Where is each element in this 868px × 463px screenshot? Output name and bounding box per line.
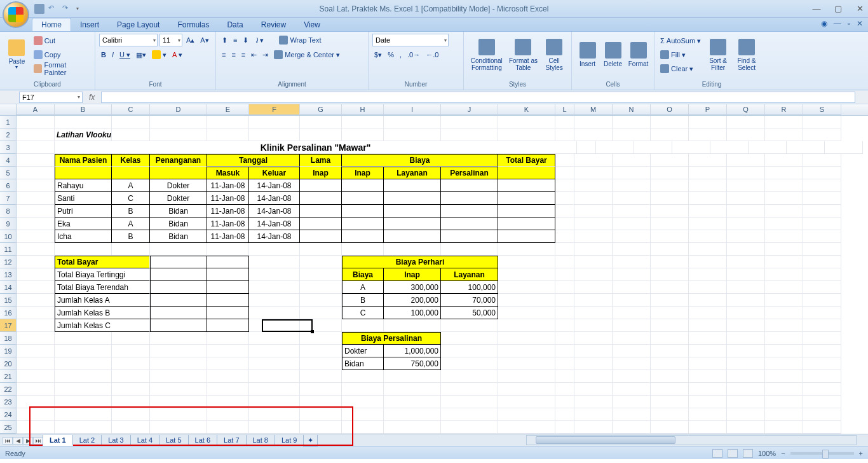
cell[interactable]: Biaya	[342, 268, 384, 281]
cell[interactable]	[803, 268, 841, 281]
cell[interactable]	[112, 116, 150, 128]
cell[interactable]: Nama Pasien	[55, 154, 112, 167]
border-button[interactable]: ▦▾	[134, 48, 148, 61]
cell[interactable]	[441, 179, 498, 192]
cell[interactable]	[441, 192, 498, 205]
cell[interactable]	[555, 357, 574, 370]
cell[interactable]: 300,000	[384, 281, 441, 294]
cell[interactable]	[555, 205, 574, 218]
cell[interactable]	[689, 192, 727, 205]
cell[interactable]	[342, 383, 384, 396]
new-sheet-button[interactable]: ✦	[303, 435, 318, 446]
cell[interactable]	[803, 332, 841, 345]
autosum-button[interactable]: Σ AutoSum ▾	[658, 34, 703, 47]
cell[interactable]	[441, 421, 498, 434]
cell[interactable]	[384, 383, 441, 396]
cell[interactable]	[555, 421, 574, 434]
cell[interactable]	[803, 230, 841, 243]
col-header[interactable]: F	[249, 104, 300, 115]
cell[interactable]	[689, 243, 727, 256]
cell[interactable]	[651, 154, 689, 167]
cell[interactable]	[498, 256, 555, 268]
cell[interactable]: Icha	[55, 230, 112, 243]
cell[interactable]	[300, 256, 342, 268]
cell[interactable]	[555, 167, 574, 179]
cell[interactable]	[651, 332, 689, 345]
cell[interactable]	[249, 370, 300, 383]
cell[interactable]	[384, 179, 441, 192]
cell[interactable]: 100,000	[441, 281, 498, 294]
cell[interactable]	[651, 192, 689, 205]
cell[interactable]	[249, 396, 300, 408]
zoom-in-button[interactable]: +	[859, 450, 863, 457]
cell[interactable]	[574, 281, 613, 294]
cell[interactable]	[384, 128, 441, 141]
cell[interactable]: 200,000	[384, 294, 441, 307]
cell[interactable]	[613, 383, 651, 396]
cell[interactable]: Putri	[55, 205, 112, 218]
cell[interactable]	[441, 383, 498, 396]
ribbon-restore-icon[interactable]: ▫	[848, 19, 850, 28]
cell[interactable]	[613, 128, 651, 141]
cell[interactable]	[574, 179, 613, 192]
cell[interactable]	[651, 243, 689, 256]
cell[interactable]: Keluar	[249, 167, 300, 179]
cell[interactable]: Total Bayar	[498, 154, 555, 167]
cell[interactable]	[150, 332, 207, 345]
cell[interactable]	[613, 205, 651, 218]
cell[interactable]	[651, 268, 689, 281]
cell[interactable]	[112, 357, 150, 370]
save-icon[interactable]	[34, 4, 44, 14]
cell[interactable]	[613, 396, 651, 408]
cell[interactable]	[150, 383, 207, 396]
cell[interactable]: Total Bayar	[55, 256, 150, 268]
cell[interactable]	[300, 357, 342, 370]
row-header[interactable]: 25	[0, 421, 17, 434]
cell[interactable]	[384, 230, 441, 243]
cell[interactable]	[498, 230, 555, 243]
underline-button[interactable]: U ▾	[118, 48, 132, 61]
cell[interactable]	[207, 370, 249, 383]
cell[interactable]	[249, 294, 300, 307]
cell[interactable]	[765, 370, 803, 383]
cell[interactable]	[574, 294, 613, 307]
cell[interactable]	[17, 345, 55, 357]
cell[interactable]	[17, 307, 55, 319]
cell[interactable]	[300, 243, 342, 256]
cell[interactable]	[300, 408, 342, 421]
select-all-corner[interactable]	[0, 104, 17, 115]
cell[interactable]	[17, 294, 55, 307]
cell[interactable]	[498, 307, 555, 319]
cell[interactable]	[555, 192, 574, 205]
cell[interactable]	[803, 345, 841, 357]
cell[interactable]	[689, 230, 727, 243]
cell[interactable]	[249, 256, 300, 268]
cell[interactable]: 11-Jan-08	[207, 192, 249, 205]
cell[interactable]	[384, 421, 441, 434]
align-center-button[interactable]: ≡	[229, 48, 237, 61]
cell[interactable]	[498, 192, 555, 205]
cell[interactable]	[249, 128, 300, 141]
merge-center-button[interactable]: Merge & Center ▾	[272, 48, 342, 61]
row-header[interactable]: 24	[0, 408, 17, 421]
cell[interactable]: Persalinan	[441, 167, 498, 179]
cell[interactable]	[613, 294, 651, 307]
accounting-format-button[interactable]: $▾	[372, 48, 384, 61]
cell[interactable]	[651, 319, 689, 332]
cell[interactable]	[651, 179, 689, 192]
cell[interactable]	[150, 256, 207, 268]
cell[interactable]: 14-Jan-08	[249, 218, 300, 230]
cell[interactable]	[150, 294, 207, 307]
cell[interactable]	[17, 205, 55, 218]
undo-icon[interactable]: ↶	[48, 4, 58, 14]
cell[interactable]	[441, 319, 498, 332]
cell[interactable]	[651, 218, 689, 230]
cell[interactable]	[803, 205, 841, 218]
cell[interactable]: Bidan	[150, 230, 207, 243]
col-header[interactable]: B	[55, 104, 112, 115]
col-header[interactable]: O	[651, 104, 689, 115]
maximize-button[interactable]: ▢	[834, 4, 843, 13]
cell[interactable]	[300, 281, 342, 294]
cell[interactable]	[150, 268, 207, 281]
cell[interactable]	[803, 307, 841, 319]
